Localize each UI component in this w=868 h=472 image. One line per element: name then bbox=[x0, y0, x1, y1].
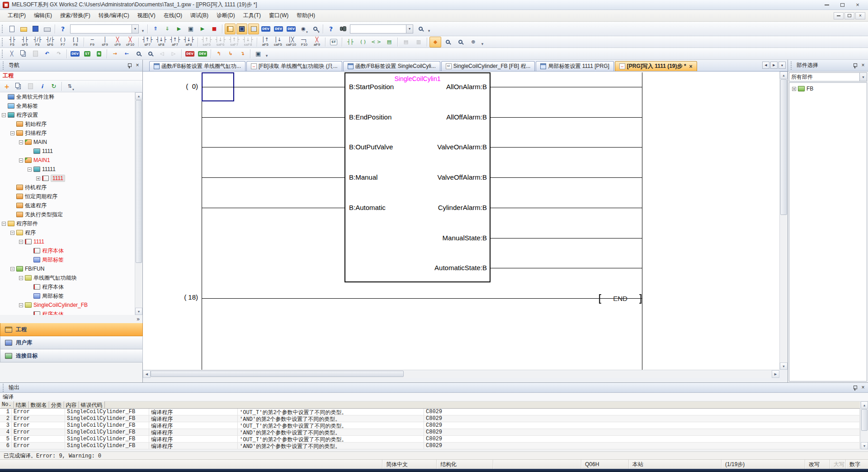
tree-item[interactable]: 全局标签 bbox=[0, 101, 135, 110]
find-contact-coil-button[interactable] bbox=[442, 37, 454, 48]
falling-pulse-button[interactable]: ┤↓├sF8 bbox=[155, 37, 167, 48]
toolbar-overflow-icon[interactable]: ▾ bbox=[426, 24, 432, 34]
paste-data-button[interactable] bbox=[25, 81, 36, 92]
document-tab[interactable]: [PRG]写入 1111 (19)步 * × bbox=[615, 61, 697, 71]
search-next-button[interactable]: ▷ bbox=[168, 48, 179, 59]
rising-pulse-close-branch-button[interactable]: ┤↑├saF7 bbox=[228, 37, 241, 48]
tree-item[interactable]: − SingleCoilCylinder_FB bbox=[0, 300, 135, 310]
tree-item[interactable]: − 1111 bbox=[0, 237, 135, 246]
help-button[interactable]: ? bbox=[57, 24, 68, 34]
close-icon[interactable]: × bbox=[860, 385, 866, 391]
tree-item[interactable]: − 程序设置 bbox=[0, 110, 135, 119]
new-data-button[interactable]: + bbox=[1, 81, 12, 92]
error-row[interactable]: 2 Error SingleCoilCylinder_FB 编译程序 'AND'… bbox=[0, 415, 860, 422]
redo-button[interactable]: ↷ bbox=[53, 48, 64, 59]
menu-item[interactable]: 编辑(E) bbox=[30, 10, 56, 21]
editor-vertical-scrollbar[interactable]: ▲ ▼ bbox=[779, 72, 788, 370]
navigation-view-button[interactable]: 连接目标 bbox=[0, 349, 143, 362]
tree-item[interactable]: + FB bbox=[790, 84, 866, 93]
zoom-button[interactable]: ⊕ bbox=[467, 37, 479, 48]
menu-item[interactable]: 窗口(W) bbox=[265, 10, 292, 21]
tree-expand-toggle[interactable]: − bbox=[28, 167, 32, 172]
close-button[interactable]: × bbox=[850, 1, 865, 9]
jump-source-button[interactable]: ↰ bbox=[213, 48, 224, 59]
tree-item[interactable]: 程序本体 bbox=[0, 246, 135, 255]
sort-button[interactable]: ⇅▼ bbox=[64, 81, 75, 92]
data-property-button[interactable]: i bbox=[37, 81, 47, 92]
function-block-instance-name[interactable]: SingleCoilCylin1 bbox=[344, 75, 491, 82]
jump-list-button[interactable]: ↴ bbox=[237, 48, 248, 59]
delete-horizontal-line-button[interactable]: ╳cF9 bbox=[112, 37, 123, 48]
scroll-down-icon[interactable]: ▼ bbox=[861, 442, 868, 449]
tree-item[interactable]: 全局软元件注释 bbox=[0, 92, 135, 101]
element-filter-combo[interactable]: 所有部件 ▼ bbox=[789, 72, 867, 81]
device-comment-display-button[interactable]: DEV bbox=[260, 24, 272, 34]
monitor-start-button[interactable]: ▶ bbox=[197, 24, 208, 34]
delete-line-button[interactable]: ╳aF9 bbox=[311, 37, 323, 48]
falling-pulse-close-button[interactable]: ┤↓├saF6 bbox=[214, 37, 226, 48]
menu-item[interactable]: 诊断(D) bbox=[212, 10, 239, 21]
tree-item[interactable]: 初始程序 bbox=[0, 119, 135, 129]
column-header[interactable]: 数据名 bbox=[29, 401, 49, 408]
tree-item[interactable]: + 1111 bbox=[0, 174, 135, 183]
note-edit-button[interactable]: N bbox=[94, 48, 104, 59]
device-display-format-button[interactable]: DEV bbox=[273, 24, 284, 34]
navigation-scrollbar[interactable]: ▲ ▼ bbox=[135, 92, 142, 315]
scrollbar-thumb[interactable] bbox=[151, 371, 404, 377]
navigation-view-button[interactable]: 工程 bbox=[0, 323, 143, 336]
document-tab[interactable]: 局部标签设置 1111 [PRG] bbox=[536, 61, 613, 71]
close-contact-branch-button[interactable]: ┤/├sF6 bbox=[44, 37, 56, 48]
vertical-line-button[interactable]: │sF9 bbox=[99, 37, 111, 48]
write-to-plc-button[interactable]: ⇑ bbox=[150, 24, 161, 34]
toolbar-grip[interactable] bbox=[2, 50, 4, 58]
element-selection-window-toggle[interactable] bbox=[236, 24, 247, 34]
statement-list-button[interactable]: ▤ bbox=[400, 37, 412, 48]
tab-scroll-left-icon[interactable]: ◀ bbox=[762, 62, 769, 69]
ladder-canvas[interactable]: ( 0) ( 18) SingleCoilCylin1 [ END ] B:St… bbox=[143, 72, 779, 370]
paste-button[interactable] bbox=[30, 48, 41, 59]
delete-vertical-line-button[interactable]: ╳cF10 bbox=[124, 37, 136, 48]
tree-item[interactable]: 程序本体 bbox=[0, 282, 135, 291]
scroll-up-icon[interactable]: ▲ bbox=[861, 401, 868, 409]
scrollbar-thumb[interactable] bbox=[780, 79, 787, 215]
program-select-combo[interactable]: ▼ bbox=[70, 24, 139, 33]
fb-input-label[interactable]: B:StartPosition bbox=[349, 82, 394, 91]
tree-expand-toggle[interactable]: − bbox=[19, 303, 23, 307]
tree-expand-toggle[interactable]: + bbox=[792, 87, 796, 91]
horizontal-line-button[interactable]: ─F9 bbox=[86, 37, 98, 48]
ladder-edit-mode-button[interactable]: ◆ bbox=[429, 37, 441, 48]
tree-item[interactable]: − FB/FUN bbox=[0, 264, 135, 273]
scroll-right-icon[interactable]: ▶ bbox=[772, 370, 779, 378]
tree-item[interactable]: − 程序 bbox=[0, 228, 135, 237]
pin-icon[interactable] bbox=[852, 62, 858, 69]
document-tab[interactable]: [FB]读取 单线圈气缸功能块 (只... bbox=[246, 61, 342, 71]
falling-pulse-close-branch-button[interactable]: ┤↓├saF8 bbox=[241, 37, 254, 48]
navigation-view-button[interactable]: 用户库 bbox=[0, 336, 143, 349]
scroll-down-icon[interactable]: ▼ bbox=[135, 308, 142, 315]
monitor-read-device-button[interactable]: DEV bbox=[197, 48, 208, 59]
invert-result-button[interactable]: │↑aF5 bbox=[259, 37, 271, 48]
column-header[interactable]: No. bbox=[0, 401, 14, 408]
close-contact-button[interactable]: ┤/├F6 bbox=[32, 37, 43, 48]
fb-output-label[interactable]: AutomaticState:B bbox=[434, 263, 487, 272]
open-contact-button[interactable]: ┤├F5 bbox=[6, 37, 18, 48]
tree-item[interactable]: − 扫描程序 bbox=[0, 129, 135, 138]
new-project-button[interactable] bbox=[6, 24, 17, 34]
fb-output-label[interactable]: ValveOffAlarm:B bbox=[438, 173, 487, 182]
fb-output-label[interactable]: ValveOnAlarm:B bbox=[437, 143, 487, 152]
copy-button[interactable] bbox=[18, 48, 29, 59]
column-header[interactable]: 分类 bbox=[49, 401, 64, 408]
mdi-restore-button[interactable] bbox=[844, 12, 854, 19]
monitor-stop-button[interactable]: ■ bbox=[209, 24, 220, 34]
tree-item[interactable]: 程序本体 bbox=[0, 310, 135, 315]
error-row[interactable]: 5 Error SingleCoilCylinder_FB 编译程序 'OUT_… bbox=[0, 436, 860, 443]
menu-item[interactable]: 转换/编译(C) bbox=[94, 10, 133, 21]
fb-input-label[interactable]: B:OutPutValve bbox=[349, 143, 393, 152]
scroll-left-icon[interactable]: ◀ bbox=[143, 370, 151, 378]
open-project-button[interactable] bbox=[18, 24, 29, 34]
rising-pulse-close-button[interactable]: ┤↑├saF5 bbox=[200, 37, 213, 48]
fb-input-label[interactable]: B:EndPosition bbox=[349, 113, 392, 122]
document-tab[interactable]: 函数/FB标签设置 SingleCoilCyli... bbox=[343, 61, 440, 71]
read-mode-button[interactable]: → bbox=[109, 48, 120, 59]
note-list-button[interactable]: ▥ bbox=[413, 37, 425, 48]
